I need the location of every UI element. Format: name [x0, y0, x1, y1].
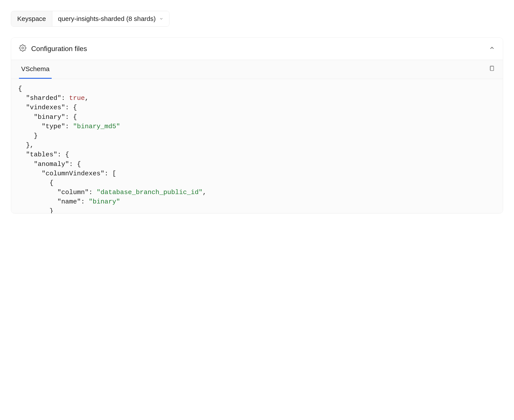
svg-point-0 — [22, 47, 24, 49]
config-files-header[interactable]: Configuration files — [11, 38, 503, 60]
gear-icon — [19, 44, 26, 53]
svg-rect-1 — [491, 66, 494, 70]
config-tab-bar: VSchema — [11, 60, 503, 79]
keyspace-dropdown[interactable]: query-insights-sharded (8 shards) — [52, 11, 169, 26]
keyspace-selected-value: query-insights-sharded (8 shards) — [58, 15, 156, 22]
config-files-panel: Configuration files VSchema { "sharded":… — [11, 38, 503, 213]
chevron-up-icon — [489, 45, 495, 52]
config-tabs: VSchema — [11, 60, 57, 79]
keyspace-selector: Keyspace query-insights-sharded (8 shard… — [11, 11, 169, 27]
tab-vschema[interactable]: VSchema — [19, 60, 52, 79]
chevron-down-icon — [159, 15, 164, 22]
config-header-left: Configuration files — [19, 44, 87, 53]
keyspace-label: Keyspace — [11, 11, 52, 26]
copy-button[interactable] — [489, 65, 495, 74]
config-files-title: Configuration files — [31, 45, 87, 53]
vschema-code[interactable]: { "sharded": true, "vindexes": { "binary… — [11, 79, 503, 213]
